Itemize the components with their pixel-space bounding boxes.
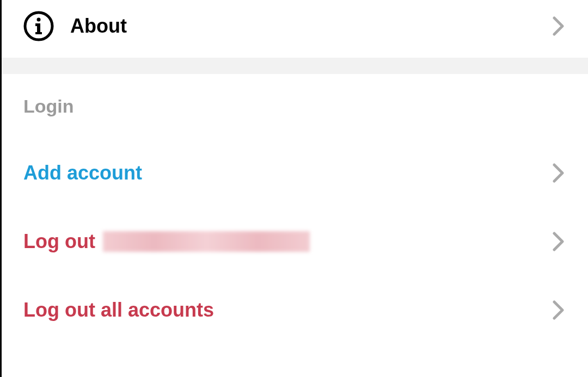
login-section: Login Add account Log out Log out all ac…	[2, 74, 588, 366]
login-section-header: Login	[23, 96, 566, 117]
chevron-right-icon	[551, 302, 566, 318]
add-account-row[interactable]: Add account	[23, 150, 566, 196]
logout-all-label: Log out all accounts	[23, 299, 214, 322]
logout-all-row[interactable]: Log out all accounts	[23, 287, 566, 333]
chevron-right-icon	[551, 18, 566, 34]
redacted-username	[103, 231, 310, 252]
svg-rect-3	[35, 23, 40, 26]
svg-rect-4	[35, 32, 42, 34]
logout-label-container: Log out	[23, 230, 310, 253]
chevron-right-icon	[551, 234, 566, 249]
section-separator	[2, 58, 588, 74]
add-account-label: Add account	[23, 162, 142, 184]
logout-account-row[interactable]: Log out	[23, 218, 566, 265]
chevron-right-icon	[551, 165, 566, 181]
about-row[interactable]: About	[2, 0, 588, 58]
info-icon	[23, 11, 54, 41]
svg-point-1	[37, 18, 41, 22]
about-label: About	[70, 15, 551, 38]
logout-label: Log out	[23, 230, 95, 253]
